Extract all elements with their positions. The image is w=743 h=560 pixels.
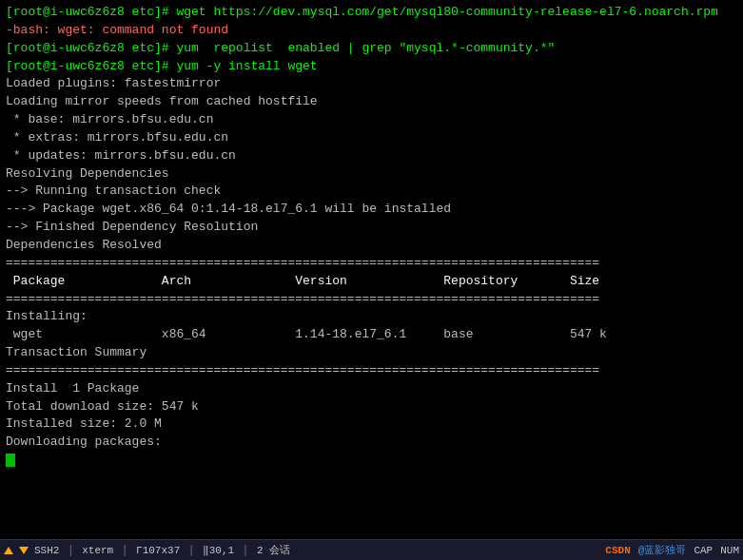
line-package-wget: ---> Package wget.x86_64 0:1.14-18.el7_6… xyxy=(6,201,737,219)
line-downloading: Downloading packages: xyxy=(6,434,737,452)
line-finished-dep: --> Finished Dependency Resolution xyxy=(6,219,737,237)
line-extras: * extras: mirrors.bfsu.edu.cn xyxy=(6,129,737,147)
line-install-1pkg: Install 1 Package xyxy=(6,380,737,398)
status-bar: SSH2 | xterm | Γ107x37 | ‖30,1 | 2 会话 CS… xyxy=(0,539,743,560)
line-sep2: ========================================… xyxy=(6,291,737,309)
line-green-block xyxy=(6,452,737,470)
line-installing: Installing: xyxy=(6,308,737,326)
line-sep1: ========================================… xyxy=(6,255,737,273)
ssh-label: SSH2 xyxy=(34,545,59,556)
line-wget-pkg: wget x86_64 1.14-18.el7_6.1 base 547 k xyxy=(6,326,737,344)
rows-cols: Γ107x37 xyxy=(136,545,180,556)
xterm-label: xterm xyxy=(82,545,113,556)
line-yum-install: [root@i-uwc6z6z8 etc]# yum -y install wg… xyxy=(6,58,737,76)
line-bash-error: -bash: wget: command not found xyxy=(6,22,737,40)
line-installed-size: Installed size: 2.0 M xyxy=(6,415,737,434)
terminal-window: [root@i-uwc6z6z8 etc]# wget https://dev.… xyxy=(0,0,743,539)
network-down-icon xyxy=(19,547,29,554)
author-badge: @蓝影独哥 xyxy=(638,543,687,557)
line-total-dl: Total download size: 547 k xyxy=(6,398,737,416)
line-deps-resolved: Dependencies Resolved xyxy=(6,237,737,255)
line-table-header: Package Arch Version Repository Size xyxy=(6,273,737,291)
line-base: * base: mirrors.bfsu.edu.cn xyxy=(6,111,737,129)
cap-badge: CAP xyxy=(694,545,713,556)
line-wget-cmd: [root@i-uwc6z6z8 etc]# wget https://dev.… xyxy=(6,4,737,22)
line-resolving: Resolving Dependencies xyxy=(6,165,737,183)
status-right: CSDN @蓝影独哥 CAP NUM xyxy=(605,543,739,557)
line-running-check: --> Running transaction check xyxy=(6,183,737,201)
session-label: 2 会话 xyxy=(257,543,290,557)
network-up-icon xyxy=(4,547,13,554)
csdn-badge: CSDN xyxy=(605,545,630,556)
line-sep3: ========================================… xyxy=(6,362,737,380)
green-progress-block xyxy=(6,454,15,467)
line-loaded-plugins: Loaded plugins: fastestmirror xyxy=(6,75,737,93)
position: ‖30,1 xyxy=(203,544,234,556)
line-yum-repolist: [root@i-uwc6z6z8 etc]# yum repolist enab… xyxy=(6,40,737,58)
num-badge: NUM xyxy=(720,545,739,556)
line-updates: * updates: mirrors.bfsu.edu.cn xyxy=(6,147,737,165)
line-loading-mirror: Loading mirror speeds from cached hostfi… xyxy=(6,93,737,111)
line-tx-summary: Transaction Summary xyxy=(6,344,737,362)
